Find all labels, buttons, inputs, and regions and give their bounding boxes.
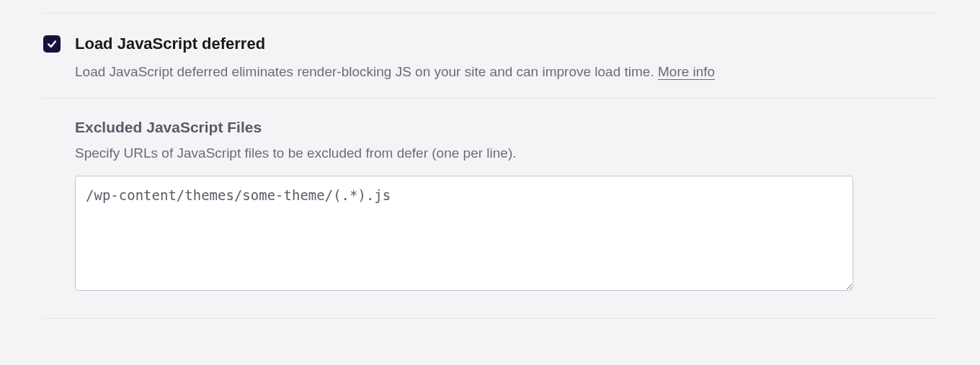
load-js-deferred-checkbox[interactable] bbox=[43, 35, 61, 53]
more-info-link[interactable]: More info bbox=[658, 64, 715, 79]
option-description: Load JavaScript deferred eliminates rend… bbox=[75, 62, 937, 83]
check-icon bbox=[46, 38, 58, 50]
excluded-title: Excluded JavaScript Files bbox=[75, 119, 937, 136]
option-row: Load JavaScript deferred Load JavaScript… bbox=[43, 34, 937, 82]
excluded-js-textarea[interactable] bbox=[75, 176, 853, 291]
load-js-deferred-section: Load JavaScript deferred Load JavaScript… bbox=[43, 13, 937, 98]
excluded-js-section: Excluded JavaScript Files Specify URLs o… bbox=[43, 98, 937, 319]
option-content: Load JavaScript deferred Load JavaScript… bbox=[75, 34, 937, 82]
option-title: Load JavaScript deferred bbox=[75, 34, 937, 55]
excluded-description: Specify URLs of JavaScript files to be e… bbox=[75, 143, 937, 164]
option-description-text: Load JavaScript deferred eliminates rend… bbox=[75, 64, 658, 79]
excluded-content: Excluded JavaScript Files Specify URLs o… bbox=[43, 119, 937, 294]
